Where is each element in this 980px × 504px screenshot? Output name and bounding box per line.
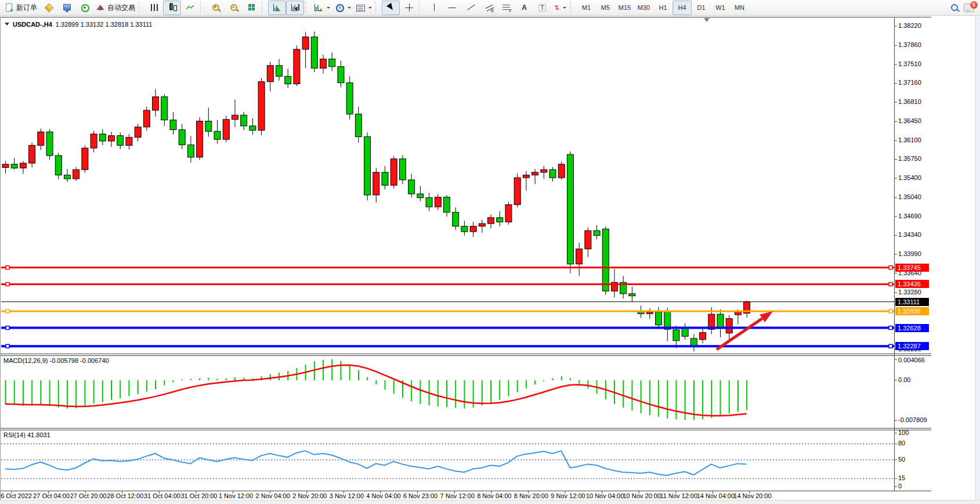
templates-button[interactable] — [353, 1, 374, 15]
horizontal-line-button[interactable] — [443, 1, 461, 15]
timeframe-button-h4[interactable]: H4 — [672, 1, 692, 15]
candle-bear[interactable] — [46, 132, 53, 156]
candle-bear[interactable] — [399, 159, 406, 180]
candle-bull[interactable] — [523, 175, 529, 178]
candle-bull[interactable] — [135, 127, 141, 138]
candle-bear[interactable] — [338, 67, 344, 83]
crosshair-button[interactable] — [400, 1, 418, 15]
candle-bull[interactable] — [223, 120, 229, 139]
candle-bear[interactable] — [408, 180, 415, 194]
candle-bull[interactable] — [267, 66, 273, 82]
chart-shift-marker[interactable] — [704, 18, 710, 22]
candle-bear[interactable] — [382, 172, 388, 185]
candle-bull[interactable] — [153, 97, 159, 110]
channel-button[interactable]: E — [479, 1, 497, 15]
candle-bull[interactable] — [700, 333, 706, 340]
new-order-button[interactable]: + 新订单 — [2, 1, 39, 15]
pane-separator[interactable] — [0, 355, 931, 356]
candle-bull[interactable] — [109, 136, 115, 141]
line-chart-button[interactable] — [181, 1, 199, 15]
candle-bear[interactable] — [276, 66, 283, 77]
candle-bull[interactable] — [73, 170, 79, 179]
candle-bull[interactable] — [726, 319, 732, 333]
depth-of-market-button[interactable] — [57, 1, 75, 15]
line-handle[interactable] — [6, 344, 9, 348]
candle-bull[interactable] — [20, 163, 26, 168]
timeframe-button-m15[interactable]: M15 — [615, 1, 634, 15]
line-handle[interactable] — [6, 266, 9, 269]
candle-bull[interactable] — [29, 145, 35, 163]
notifications-icon[interactable]: 1 — [964, 3, 974, 12]
candle-bear[interactable] — [99, 134, 106, 141]
candle-bull[interactable] — [514, 178, 520, 204]
candle-bear[interactable] — [355, 114, 361, 136]
candle-bull[interactable] — [320, 59, 327, 69]
candle-bull[interactable] — [294, 49, 300, 84]
candle-bear[interactable] — [656, 312, 662, 325]
candle-bear[interactable] — [417, 194, 424, 198]
candle-bear[interactable] — [249, 126, 256, 130]
new-chart-button[interactable]: + — [312, 1, 332, 15]
candle-bull[interactable] — [197, 121, 203, 157]
candle-bull[interactable] — [82, 148, 88, 170]
candle-bear[interactable] — [11, 164, 17, 168]
candle-bull[interactable] — [646, 312, 653, 314]
candle-bull[interactable] — [91, 134, 97, 148]
candle-bear[interactable] — [444, 197, 450, 213]
candle-bear[interactable] — [285, 76, 291, 84]
candle-bear[interactable] — [205, 121, 212, 132]
candle-bull[interactable] — [38, 132, 44, 145]
line-handle[interactable] — [6, 326, 9, 330]
candle-bull[interactable] — [126, 137, 132, 145]
candle-bear[interactable] — [567, 154, 573, 264]
text-label-button[interactable]: T — [533, 1, 551, 15]
candle-bull[interactable] — [390, 159, 397, 186]
candle-bull[interactable] — [479, 224, 485, 226]
timeframe-button-m1[interactable]: M1 — [577, 1, 596, 15]
candle-bear[interactable] — [549, 170, 556, 178]
pane-separator[interactable] — [0, 428, 931, 429]
candle-bull[interactable] — [302, 37, 309, 49]
candle-bull[interactable] — [505, 205, 512, 222]
candlestick-chart-button[interactable] — [163, 1, 181, 15]
candle-bear[interactable] — [717, 314, 724, 327]
search-icon[interactable] — [950, 3, 959, 12]
line-handle[interactable] — [6, 282, 9, 286]
timeframe-button-m30[interactable]: M30 — [634, 1, 653, 15]
candle-bull[interactable] — [585, 231, 591, 249]
cursor-button[interactable] — [382, 1, 400, 15]
candle-bull[interactable] — [373, 172, 379, 195]
candle-bull[interactable] — [532, 172, 538, 175]
auto-scroll-button[interactable] — [268, 1, 286, 15]
candle-bear[interactable] — [673, 330, 679, 341]
candle-bear[interactable] — [690, 339, 697, 346]
candle-bear[interactable] — [682, 328, 688, 336]
candle-bear[interactable] — [187, 145, 194, 157]
candle-bull[interactable] — [258, 82, 265, 131]
bar-chart-button[interactable] — [145, 1, 163, 15]
line-handle[interactable] — [6, 309, 9, 313]
candle-bear[interactable] — [64, 175, 70, 179]
timeframe-button-d1[interactable]: D1 — [692, 1, 711, 15]
candle-bull[interactable] — [558, 164, 565, 178]
line-handle[interactable] — [889, 326, 892, 330]
pane-separator[interactable] — [0, 354, 931, 354]
candle-bear[interactable] — [453, 213, 459, 226]
candle-bear[interactable] — [241, 115, 247, 126]
candle-bull[interactable] — [541, 170, 547, 172]
candle-bull[interactable] — [470, 226, 476, 232]
candle-bear[interactable] — [214, 131, 220, 139]
timeframe-button-h1[interactable]: H1 — [653, 1, 672, 15]
text-button[interactable]: A — [515, 1, 533, 15]
timeframe-button-mn[interactable]: MN — [730, 1, 749, 15]
candle-bull[interactable] — [488, 218, 494, 224]
candle-bear[interactable] — [170, 120, 176, 130]
candle-bear[interactable] — [161, 97, 168, 120]
trendline-button[interactable] — [461, 1, 479, 15]
candle-bear[interactable] — [364, 136, 371, 195]
candle-bull[interactable] — [576, 249, 583, 264]
expand-arrow-icon[interactable] — [5, 23, 9, 28]
candle-bear[interactable] — [117, 136, 124, 146]
candle-bear[interactable] — [311, 37, 317, 69]
candle-bear[interactable] — [497, 218, 503, 222]
